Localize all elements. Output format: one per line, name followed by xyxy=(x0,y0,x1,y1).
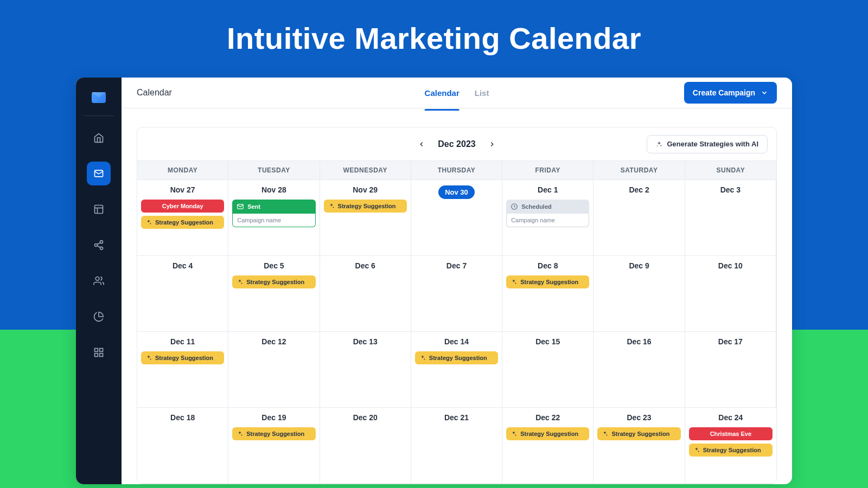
calendar-cell[interactable]: Dec 6 xyxy=(320,256,411,332)
calendar-cell[interactable]: Dec 20 xyxy=(320,408,411,484)
sidebar xyxy=(76,78,122,484)
strategy-suggestion-chip[interactable]: Strategy Suggestion xyxy=(689,444,773,457)
calendar-cell[interactable]: Dec 8Strategy Suggestion xyxy=(502,256,593,332)
campaign-sent-chip[interactable]: Sent xyxy=(232,200,315,214)
calendar-cell[interactable]: Dec 14Strategy Suggestion xyxy=(411,332,502,408)
event-chips: Strategy Suggestion xyxy=(232,427,315,440)
topbar: Calendar Calendar List Create Campaign xyxy=(122,78,792,108)
month-navigator: Dec 2023 xyxy=(415,138,498,151)
clock-icon xyxy=(510,203,518,210)
date-label: Dec 15 xyxy=(535,337,560,346)
calendar-cell[interactable]: Dec 21 xyxy=(411,408,502,484)
calendar-cell[interactable]: Dec 18 xyxy=(137,408,228,484)
holiday-chip[interactable]: Christmas Eve xyxy=(689,427,773,440)
svg-line-7 xyxy=(97,242,100,244)
date-label: Dec 9 xyxy=(629,261,649,270)
home-icon xyxy=(93,132,104,143)
strategy-suggestion-chip[interactable]: Strategy Suggestion xyxy=(232,427,315,440)
svg-point-6 xyxy=(100,247,103,249)
calendar-cell[interactable]: Nov 28SentCampaign name xyxy=(228,180,320,256)
app-logo[interactable] xyxy=(88,87,109,108)
calendar-cell[interactable]: Dec 13 xyxy=(320,332,411,408)
strategy-suggestion-chip[interactable]: Strategy Suggestion xyxy=(597,427,680,440)
strategy-suggestion-chip[interactable]: Strategy Suggestion xyxy=(415,351,498,364)
next-month-button[interactable] xyxy=(486,138,499,151)
calendar-cell[interactable]: Dec 24Christmas EveStrategy Suggestion xyxy=(685,408,776,484)
event-chips: Strategy Suggestion xyxy=(597,427,680,440)
campaign-scheduled-chip[interactable]: Scheduled xyxy=(506,200,589,214)
strategy-suggestion-chip[interactable]: Strategy Suggestion xyxy=(141,216,224,229)
chip-label: Strategy Suggestion xyxy=(703,447,761,453)
calendar-cell[interactable]: Dec 11Strategy Suggestion xyxy=(137,332,228,408)
calendar-cell[interactable]: Dec 15 xyxy=(502,332,593,408)
chip-label: Strategy Suggestion xyxy=(155,219,213,226)
calendar-cell[interactable]: Dec 3 xyxy=(685,180,776,256)
calendar-cell[interactable]: Dec 10 xyxy=(685,256,776,332)
calendar-cell[interactable]: Dec 5Strategy Suggestion xyxy=(228,256,320,332)
calendar-cell[interactable]: Dec 17 xyxy=(685,332,776,408)
strategy-suggestion-chip[interactable]: Strategy Suggestion xyxy=(506,275,589,288)
date-label: Dec 6 xyxy=(355,261,375,270)
weekday-label: MONDAY xyxy=(137,161,228,180)
date-label: Dec 4 xyxy=(173,261,193,270)
chip-label: Strategy Suggestion xyxy=(246,431,304,437)
calendar-cell[interactable]: Dec 19Strategy Suggestion xyxy=(228,408,320,484)
pie-chart-icon xyxy=(93,311,104,322)
calendar-cell[interactable]: Dec 7 xyxy=(411,256,502,332)
nav-contacts[interactable] xyxy=(87,269,111,293)
event-chips: Strategy Suggestion xyxy=(506,275,589,288)
nav-analytics[interactable] xyxy=(87,305,111,329)
calendar-cell[interactable]: Dec 16 xyxy=(593,332,685,408)
calendar-cell[interactable]: Dec 1ScheduledCampaign name xyxy=(502,180,593,256)
calendar-cell[interactable]: Nov 29Strategy Suggestion xyxy=(320,180,411,256)
tab-list[interactable]: List xyxy=(475,78,489,111)
weekday-header: MONDAYTUESDAYWEDNESDAYTHURSDAYFRIDAYSATU… xyxy=(137,161,776,180)
chip-label: Strategy Suggestion xyxy=(611,431,669,437)
calendar-cell[interactable]: Dec 2 xyxy=(593,180,685,256)
date-label: Dec 8 xyxy=(538,261,558,270)
strategy-suggestion-chip[interactable]: Strategy Suggestion xyxy=(141,351,224,364)
sidebar-divider xyxy=(84,115,114,116)
event-chips: Cyber MondayStrategy Suggestion xyxy=(141,200,224,229)
date-label: Dec 14 xyxy=(444,337,469,346)
campaign-name-label[interactable]: Campaign name xyxy=(232,214,315,227)
prev-month-button[interactable] xyxy=(415,138,428,151)
create-campaign-button[interactable]: Create Campaign xyxy=(684,82,777,104)
svg-point-9 xyxy=(95,277,99,281)
weekday-label: FRIDAY xyxy=(502,161,593,180)
calendar-cell[interactable]: Nov 30 xyxy=(411,180,502,256)
tab-calendar[interactable]: Calendar xyxy=(425,78,459,111)
calendar-cell[interactable]: Dec 23Strategy Suggestion xyxy=(593,408,685,484)
nav-share[interactable] xyxy=(87,233,111,257)
weekday-label: WEDNESDAY xyxy=(320,161,411,180)
nav-apps[interactable] xyxy=(87,341,111,364)
nav-home[interactable] xyxy=(87,126,111,150)
date-label: Dec 2 xyxy=(629,185,649,194)
strategy-suggestion-chip[interactable]: Strategy Suggestion xyxy=(324,200,407,213)
layout-icon xyxy=(93,204,104,215)
generate-strategies-button[interactable]: Generate Strategies with AI xyxy=(647,135,768,153)
calendar-cell[interactable]: Dec 12 xyxy=(228,332,320,408)
calendar-cell[interactable]: Dec 4 xyxy=(137,256,228,332)
sparkle-icon xyxy=(656,141,662,147)
campaign-name-label[interactable]: Campaign name xyxy=(506,214,589,227)
calendar-grid: Nov 27Cyber MondayStrategy SuggestionNov… xyxy=(137,180,776,484)
holiday-chip[interactable]: Cyber Monday xyxy=(141,200,224,213)
date-label: Nov 27 xyxy=(170,185,195,194)
nav-email[interactable] xyxy=(87,162,111,185)
chip-label: Scheduled xyxy=(521,203,552,210)
calendar-cell[interactable]: Dec 9 xyxy=(593,256,685,332)
strategy-suggestion-chip[interactable]: Strategy Suggestion xyxy=(506,427,589,440)
date-label: Dec 1 xyxy=(538,185,558,194)
date-label: Nov 28 xyxy=(261,185,286,194)
calendar-cell[interactable]: Dec 22Strategy Suggestion xyxy=(502,408,593,484)
weekday-label: THURSDAY xyxy=(411,161,502,180)
date-label: Dec 5 xyxy=(264,261,284,270)
calendar-cell[interactable]: Nov 27Cyber MondayStrategy Suggestion xyxy=(137,180,228,256)
strategy-suggestion-chip[interactable]: Strategy Suggestion xyxy=(232,275,315,288)
mail-icon xyxy=(93,168,104,179)
chip-label: Strategy Suggestion xyxy=(520,279,578,285)
nav-templates[interactable] xyxy=(87,197,111,221)
chip-label: Sent xyxy=(247,203,260,210)
event-chips: Strategy Suggestion xyxy=(141,351,224,364)
